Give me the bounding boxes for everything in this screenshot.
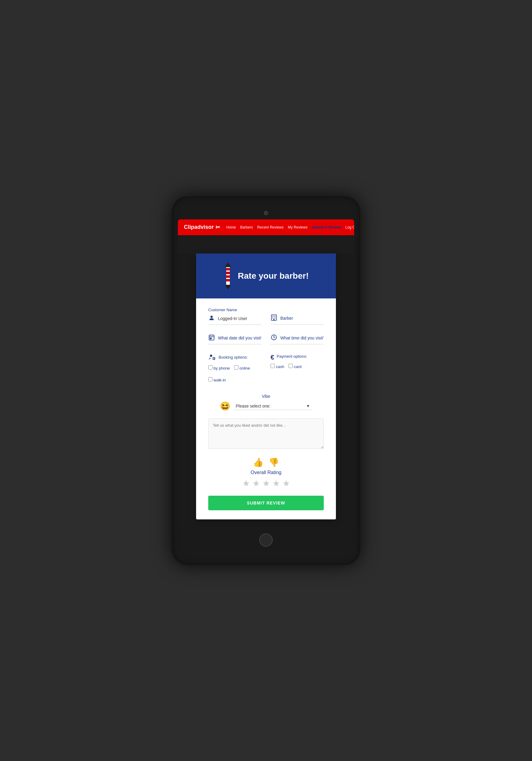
tablet-camera	[264, 211, 268, 215]
form-header: Rate your barber!	[196, 254, 336, 298]
overall-rating-label: Overall Rating	[208, 470, 324, 475]
svg-rect-4	[226, 272, 230, 274]
date-input-wrapper	[208, 334, 262, 344]
main-content: Rate your barber! Customer Name	[178, 254, 354, 529]
date-group	[208, 334, 262, 344]
user-icon	[208, 315, 215, 323]
customer-name-input-wrapper	[208, 315, 262, 325]
customer-name-input[interactable]	[218, 316, 262, 321]
svg-rect-11	[272, 316, 273, 317]
star-5[interactable]: ★	[282, 478, 290, 489]
tablet-screen: Clipadvisor ✂ Home Barbers Recent Review…	[178, 219, 354, 529]
thumbs-row: 👍 👎	[208, 457, 324, 467]
calendar-icon	[208, 334, 215, 342]
payment-icon-row: € Payment options:	[270, 353, 324, 361]
svg-rect-14	[274, 318, 275, 319]
booking-online-checkbox[interactable]	[234, 365, 238, 370]
svg-rect-15	[273, 319, 274, 320]
svg-rect-1	[226, 265, 230, 267]
vibe-section: Vibe 😆 Please select one: Great Good	[208, 394, 324, 411]
navbar-brand: Clipadvisor ✂	[184, 224, 220, 231]
nav-barbers[interactable]: Barbers	[240, 225, 253, 229]
payment-group: € Payment options: cash card	[270, 353, 324, 385]
scissors-icon: ✂	[215, 224, 220, 231]
nav-logout[interactable]: Log Out	[345, 225, 354, 229]
svg-rect-3	[226, 268, 230, 270]
vibe-inner: Vibe 😆 Please select one: Great Good	[208, 394, 324, 411]
booking-walkin[interactable]: walk-in	[208, 377, 226, 382]
svg-line-25	[214, 358, 215, 359]
time-input-wrapper	[270, 334, 324, 344]
svg-marker-0	[226, 263, 230, 265]
thumbs-up-icon[interactable]: 👍	[253, 457, 264, 467]
name-barber-row: Customer Name	[208, 308, 324, 325]
screen-background: Clipadvisor ✂ Home Barbers Recent Review…	[178, 219, 354, 529]
background-decoration	[178, 235, 354, 254]
payment-cash-checkbox[interactable]	[270, 364, 275, 368]
booking-online[interactable]: online	[234, 365, 250, 371]
payment-checkboxes: cash card	[270, 364, 324, 371]
svg-rect-7	[226, 285, 230, 286]
booking-icon	[208, 353, 216, 363]
submit-button[interactable]: SUBMIT REVIEW	[208, 496, 324, 510]
svg-rect-6	[226, 279, 230, 281]
vibe-select-row: 😆 Please select one: Great Good Okay Bad	[220, 401, 313, 411]
review-textarea[interactable]	[208, 419, 324, 449]
star-1[interactable]: ★	[242, 478, 250, 489]
svg-rect-12	[274, 316, 275, 317]
payment-cash[interactable]: cash	[270, 364, 284, 369]
booking-checkboxes: by phone online walk-in	[208, 365, 262, 385]
svg-point-22	[210, 354, 212, 357]
customer-name-label: Customer Name	[208, 308, 262, 312]
vibe-label: Vibe	[262, 394, 270, 399]
rating-section: 👍 👎 Overall Rating ★ ★ ★ ★ ★	[208, 457, 324, 489]
booking-group: Booking options: by phone online	[208, 353, 262, 385]
svg-rect-16	[209, 335, 214, 340]
svg-rect-20	[210, 338, 211, 339]
barber-input[interactable]	[280, 316, 324, 321]
star-3[interactable]: ★	[262, 478, 270, 489]
building-icon	[270, 314, 277, 322]
svg-rect-13	[272, 318, 273, 319]
stars-row: ★ ★ ★ ★ ★	[208, 478, 324, 489]
nav-home[interactable]: Home	[226, 225, 236, 229]
time-group	[270, 334, 324, 344]
form-body: Customer Name	[196, 298, 336, 519]
euro-icon: €	[270, 353, 274, 361]
booking-by-phone-checkbox[interactable]	[208, 365, 212, 370]
review-form-card: Rate your barber! Customer Name	[196, 254, 336, 519]
nav-submit-review[interactable]: Submit A Review	[312, 225, 341, 229]
booking-payment-row: Booking options: by phone online	[208, 353, 324, 385]
payment-card[interactable]: card	[288, 364, 302, 369]
brand-name: Clipadvisor	[184, 224, 214, 230]
nav-my-reviews[interactable]: My Reviews	[288, 225, 308, 229]
svg-marker-8	[226, 286, 230, 289]
clock-icon	[270, 334, 277, 342]
booking-walkin-checkbox[interactable]	[208, 377, 212, 381]
tablet-device: Clipadvisor ✂ Home Barbers Recent Review…	[172, 196, 360, 565]
star-2[interactable]: ★	[252, 478, 260, 489]
navbar-links: Home Barbers Recent Reviews My Reviews S…	[226, 225, 354, 229]
date-input[interactable]	[218, 335, 262, 340]
vibe-select-wrapper: Please select one: Great Good Okay Bad ▼	[233, 402, 313, 410]
navbar: Clipadvisor ✂ Home Barbers Recent Review…	[178, 219, 354, 235]
tablet-home-button[interactable]	[259, 533, 273, 547]
thumbs-down-icon[interactable]: 👎	[268, 457, 279, 467]
payment-label: Payment options:	[277, 354, 307, 359]
vibe-select[interactable]: Please select one: Great Good Okay Bad	[233, 402, 313, 410]
booking-by-phone[interactable]: by phone	[208, 365, 230, 371]
star-4[interactable]: ★	[272, 478, 280, 489]
booking-label: Booking options:	[218, 355, 248, 360]
barber-group	[270, 308, 324, 325]
svg-point-9	[210, 316, 212, 318]
payment-card-checkbox[interactable]	[288, 364, 293, 368]
nav-recent-reviews[interactable]: Recent Reviews	[257, 225, 284, 229]
barber-pole-icon	[223, 263, 233, 289]
vibe-emoji-icon: 😆	[220, 401, 230, 411]
form-title: Rate your barber!	[238, 271, 309, 281]
barber-input-wrapper	[270, 314, 324, 324]
time-input[interactable]	[280, 335, 324, 340]
booking-icon-row: Booking options:	[208, 353, 262, 363]
date-time-row	[208, 334, 324, 344]
svg-rect-5	[226, 275, 230, 278]
